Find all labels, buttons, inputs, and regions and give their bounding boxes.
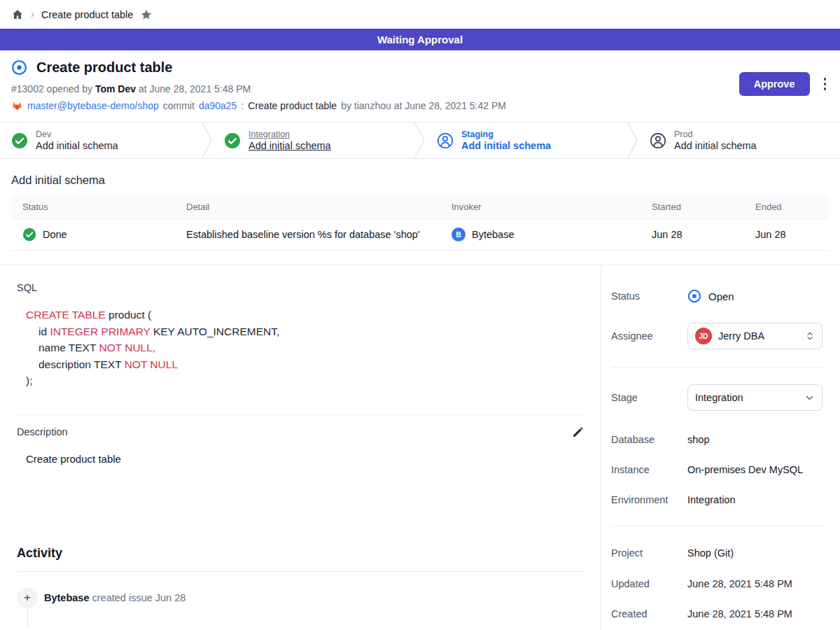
stage-task-label: Add initial schema [461, 140, 551, 151]
stage-task-label: Add initial schema [248, 140, 331, 151]
column-header-ended: Ended [744, 195, 829, 219]
kebab-menu-icon[interactable] [821, 75, 830, 93]
assignee-select[interactable]: JD Jerry DBA [687, 323, 822, 349]
sql-keyword: INTEGER PRIMARY [50, 326, 150, 337]
list-item: + Bytebase created issue Jun 28 [17, 587, 584, 608]
sql-text: KEY AUTO_INCREMENT, [150, 326, 280, 337]
stage-separator [627, 122, 638, 158]
vcs-commit-word: commit [163, 100, 195, 111]
approve-button[interactable]: Approve [739, 72, 810, 96]
sql-keyword: NOT NULL [125, 358, 178, 370]
gitlab-icon [11, 100, 23, 111]
approval-banner: Waiting Approval [0, 29, 840, 50]
column-header-invoker: Invoker [440, 195, 640, 219]
sql-keyword: CREATE TABLE [26, 309, 106, 321]
stage-task-label: Add initial schema [36, 140, 118, 151]
vcs-commit-message: Create product table [248, 100, 337, 111]
status-badge: Open [708, 290, 734, 302]
status-label: Status [611, 290, 687, 302]
timeline-line [27, 608, 29, 628]
table-row[interactable]: Done Established baseline version %s for… [11, 219, 829, 251]
vcs-commit-line: master@bytebase-demo/shop commit da90a25… [11, 100, 829, 111]
check-circle-icon [11, 132, 28, 149]
stage-prod[interactable]: ProdAdd initial schema [638, 122, 840, 158]
divider [17, 571, 584, 572]
vcs-commit-hash-link[interactable]: da90a25 [199, 100, 237, 111]
environment-label: Environment [611, 494, 687, 505]
issue-meta: #13002 opened by Tom Dev at June 28, 202… [11, 83, 829, 94]
issue-id: #13002 opened by [11, 83, 92, 94]
plus-icon: + [17, 587, 38, 608]
page-title: Create product table [36, 59, 172, 76]
stage-value: Integration [695, 392, 798, 403]
stage-staging[interactable]: StagingAdd initial schema [426, 122, 627, 158]
stage-env-label: Prod [674, 130, 757, 139]
assignee-value: Jerry DBA [718, 330, 799, 342]
sql-text: product ( [106, 309, 151, 321]
sql-code-block: CREATE TABLE product ( id INTEGER PRIMAR… [26, 307, 584, 389]
person-circle-icon [650, 132, 666, 149]
environment-value: Integration [687, 494, 736, 505]
avatar: B [451, 227, 465, 241]
database-label: Database [611, 434, 687, 445]
task-section-title: Add initial schema [11, 174, 829, 187]
check-circle-icon [22, 227, 36, 241]
stage-env-label: Staging [461, 130, 551, 139]
updated-label: Updated [611, 578, 687, 589]
issue-detail-panel: SQL CREATE TABLE product ( id INTEGER PR… [0, 265, 601, 630]
column-header-detail: Detail [175, 195, 440, 219]
activity-actor: Bytebase [44, 592, 89, 603]
description-text: Create product table [26, 453, 584, 465]
check-circle-icon [224, 132, 241, 149]
issue-sidebar: Status Open Assignee JD Jerry DBA Stage [601, 265, 840, 630]
task-section: Add initial schema Status Detail Invoker… [0, 159, 840, 265]
stage-env-label: Integration [248, 130, 331, 139]
stage-env-label: Dev [36, 130, 118, 139]
assignee-label: Assignee [611, 330, 687, 342]
stage-label: Stage [611, 392, 687, 403]
task-detail: Established baseline version %s for data… [175, 219, 440, 251]
edit-pencil-icon[interactable] [572, 426, 584, 438]
database-value: shop [687, 434, 709, 445]
divider [611, 367, 823, 368]
vcs-commit-by: by tianzhou at June 28, 2021 5:42 PM [341, 100, 506, 111]
activity-title: Activity [17, 546, 584, 561]
stage-separator [414, 122, 426, 158]
approval-banner-text: Waiting Approval [377, 34, 463, 46]
breadcrumb-page-title: Create product table [41, 9, 133, 20]
project-label: Project [611, 547, 687, 559]
task-ended: Jun 28 [744, 219, 829, 251]
created-value: June 28, 2021 5:48 PM [687, 608, 792, 620]
breadcrumb-chevron-icon: › [31, 8, 34, 20]
issue-author: Tom Dev [95, 83, 136, 94]
vcs-branch-link[interactable]: master@bytebase-demo/shop [27, 100, 159, 111]
column-header-status: Status [11, 195, 175, 219]
divider [611, 526, 823, 526]
project-value: Shop (Git) [687, 547, 734, 559]
chevron-down-icon [804, 393, 815, 403]
task-table: Status Detail Invoker Started Ended Done… [11, 195, 829, 251]
task-invoker: Bytebase [472, 229, 514, 240]
star-icon[interactable] [140, 8, 153, 21]
person-circle-icon [437, 132, 454, 149]
sql-label: SQL [17, 282, 584, 293]
vcs-colon: : [241, 100, 244, 111]
created-label: Created [611, 608, 687, 620]
task-status: Done [43, 229, 67, 240]
divider [17, 414, 584, 415]
issue-header: Create product table #13002 opened by To… [0, 50, 840, 122]
stage-dev[interactable]: DevAdd initial schema [0, 122, 202, 158]
stage-integration[interactable]: IntegrationAdd initial schema [213, 122, 414, 158]
stage-task-label: Add initial schema [674, 140, 757, 151]
stage-separator [202, 122, 213, 158]
stage-select[interactable]: Integration [687, 384, 822, 411]
sql-text: ); [26, 374, 32, 386]
description-label: Description [17, 426, 68, 438]
sql-text: name TEXT [38, 342, 99, 354]
task-started: Jun 28 [640, 219, 744, 251]
instance-label: Instance [611, 464, 687, 475]
sql-text: id [38, 326, 50, 337]
column-header-started: Started [640, 195, 744, 219]
home-icon[interactable] [11, 8, 24, 21]
breadcrumb: › Create product table [0, 0, 840, 29]
